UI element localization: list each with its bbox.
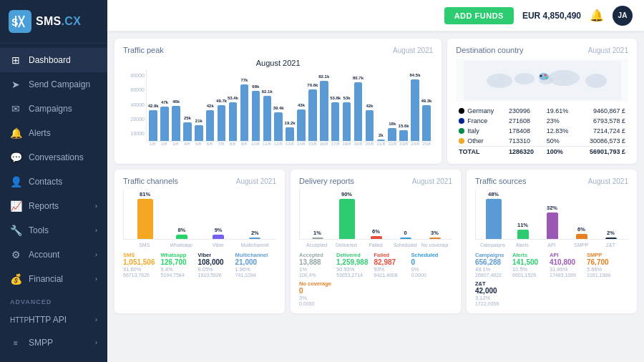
x-label: 19/8 (353, 142, 363, 146)
bar-label-top: 80.7k (353, 76, 364, 80)
bar: 68k (252, 91, 260, 141)
bar: 80.7k (354, 82, 363, 141)
sidebar-item-http-api[interactable]: HTTP HTTP API › (0, 308, 107, 331)
sbar-label: SMS (127, 243, 162, 248)
sbar: 48% (486, 199, 502, 239)
bar-label-top: 42k (366, 104, 373, 108)
sbar-group: 3% (421, 190, 448, 239)
bar-group: 43k (296, 70, 306, 141)
advanced-section-label: ADVANCED (0, 291, 107, 308)
tc-chart: 81% 8% 9% 2% SMSWhatsappViberMultichanne… (123, 190, 276, 248)
country-cell: France (459, 117, 503, 124)
traffic-sources-title: Traffic sources (475, 177, 527, 185)
add-funds-button[interactable]: ADD FUNDS (444, 7, 514, 24)
bar-group: 53k (341, 70, 351, 141)
stat-value: 1,259,988 (336, 258, 369, 266)
notification-bell-icon[interactable]: 🔔 (590, 9, 604, 22)
card-header: Delivery reports August 2021 (299, 177, 452, 185)
tools-icon: 🔧 (10, 225, 21, 236)
flag-de (459, 108, 464, 114)
sidebar-item-account[interactable]: ⚙ Account › (0, 243, 107, 267)
stat-channel: SMS (123, 252, 155, 258)
conversations-icon: 💬 (10, 152, 21, 163)
bar-label-top: 15.6k (399, 124, 409, 128)
bar-label-top: 70.6k (307, 83, 318, 87)
x-label: 15/8 (307, 142, 317, 146)
sidebar-item-label: Campaigns (29, 104, 72, 114)
stat-value: 141,500 (512, 258, 544, 266)
traffic-peak-title: Traffic peak (123, 46, 164, 54)
sbar-pct: 6% (577, 226, 585, 233)
sbar-label: API (538, 243, 565, 248)
sidebar-item-send-campaign[interactable]: ➤ Send Campaign (0, 72, 107, 97)
x-label: 13/8 (284, 142, 294, 146)
sidebar-item-financial[interactable]: 💰 Financial › (0, 267, 107, 291)
sidebar-item-campaigns[interactable]: ✉ Campaigns (0, 97, 107, 121)
stat-channel: Accepted (299, 252, 331, 258)
stat-pct: 3.12% (475, 295, 507, 301)
stat-item: No coverage 0 3% 0.0000 (299, 280, 331, 306)
stat-sub: 741,1094 (235, 273, 268, 278)
stat-sub: 1722,0058 (475, 301, 507, 306)
stat-value: 42,000 (475, 287, 507, 295)
sbar-label: Z&T (597, 243, 624, 248)
sidebar-item-smpp[interactable]: ≡ SMPP › (0, 331, 107, 354)
flag-other (459, 138, 464, 144)
bar: 21k (195, 125, 203, 141)
stat-sub: 100,4% (299, 273, 331, 278)
svg-point-13 (544, 74, 546, 76)
stat-pct: 90.93% (336, 266, 369, 273)
bar-label-top: 42k (207, 104, 214, 108)
bar-label-top: 53.8k (330, 96, 341, 100)
bar: 84.5k (411, 79, 419, 141)
sbar-pct: 0 (404, 230, 406, 236)
x-label: 1/8 (147, 142, 157, 146)
stat-value: 410,800 (550, 258, 581, 266)
sidebar-item-excel-plugin[interactable]: XL Excel Plugin › (0, 354, 107, 362)
sidebar-item-conversations[interactable]: 💬 Conversations (0, 145, 107, 170)
sbar-pct: 6% (372, 228, 380, 235)
sbar-label: Accepted (303, 243, 330, 248)
traffic-peak-date: August 2021 (393, 47, 433, 54)
bar-group: 42k (205, 70, 215, 141)
traffic-channels-date: August 2021 (236, 177, 276, 185)
send-campaign-icon: ➤ (10, 79, 21, 90)
sbar: 11% (517, 230, 529, 239)
bar-label-top: 53.4k (228, 96, 238, 100)
tools-arrow: › (95, 227, 97, 234)
sidebar-item-reports[interactable]: 📈 Reports › (0, 194, 107, 218)
bar-group: 19.2k (285, 70, 295, 141)
stat-item: Viber 108,000 8.05% 1910,5826 (198, 252, 230, 278)
sidebar-item-label: Alerts (29, 128, 51, 138)
stat-item: Alerts 141,500 10.5% 6601,1526 (512, 252, 544, 278)
chart-title: August 2021 (123, 59, 433, 67)
bar: 49.3k (422, 105, 431, 141)
bar-group: 84.5k (410, 70, 420, 141)
sidebar-item-dashboard[interactable]: ⊞ Dashboard (0, 48, 107, 72)
stat-item: Multichannel 21,000 1.96% 741,1094 (235, 252, 268, 278)
stat-sub: 9421,4608 (374, 273, 406, 278)
sidebar-item-contacts[interactable]: 👤 Contacts (0, 170, 107, 194)
delivery-reports-date: August 2021 (412, 177, 452, 185)
sidebar-item-label: Reports (29, 201, 59, 211)
stat-sub: 26607,4822 (475, 273, 507, 278)
stat-sub: 1910,5826 (198, 273, 230, 278)
x-label: 23/8 (399, 142, 409, 146)
table-row: France 27160823%6793,578 £ (456, 116, 628, 126)
sidebar-item-tools[interactable]: 🔧 Tools › (0, 218, 107, 243)
bar: 82.1k (320, 81, 328, 141)
count-cell: 230996 (506, 106, 544, 116)
bar-label-top: 21k (195, 119, 203, 123)
bar: 42k (366, 110, 374, 141)
dr-stats: Accepted 13,888 1% 100,4% Delivered 1,25… (299, 252, 452, 306)
table-row: Italy 17840812.83%7214,724 £ (456, 126, 628, 136)
bar: 15.6k (399, 130, 408, 141)
sidebar-item-alerts[interactable]: 🔔 Alerts (0, 121, 107, 145)
sbar: 2% (605, 238, 617, 239)
svg-point-9 (548, 70, 580, 86)
stat-channel: SMPP (587, 252, 618, 258)
stat-channel: API (550, 252, 581, 258)
avatar[interactable]: JA (613, 6, 633, 26)
main-content: ADD FUNDS EUR 4,850,490 🔔 JA Traffic pea… (107, 0, 644, 362)
bar-label-top: 42.9k (148, 104, 159, 108)
